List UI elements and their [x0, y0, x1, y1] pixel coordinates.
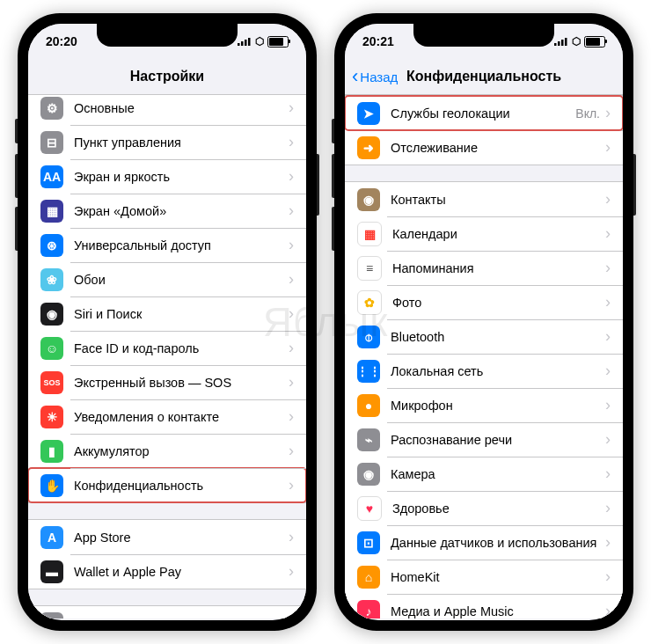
settings-row[interactable]: AApp Store›	[28, 520, 306, 554]
settings-row[interactable]: ◉Контакты›	[345, 182, 623, 216]
row-label: Медиа и Apple Music	[391, 604, 605, 618]
chevron-right-icon: ›	[289, 201, 294, 220]
row-icon: SOS	[40, 371, 63, 394]
chevron-left-icon: ‹	[352, 65, 358, 88]
chevron-right-icon: ›	[605, 465, 611, 483]
svg-rect-4	[554, 43, 557, 46]
chevron-right-icon: ›	[605, 138, 611, 157]
settings-row[interactable]: ⊟Пункт управления›	[28, 125, 306, 159]
row-label: Отслеживание	[391, 141, 605, 155]
settings-row[interactable]: AAЭкран и яркость›	[28, 159, 306, 194]
row-icon: ⌽	[357, 326, 380, 348]
settings-list[interactable]: ⚙︎Основные›⊟Пункт управления›AAЭкран и я…	[28, 95, 306, 618]
svg-rect-1	[241, 41, 244, 46]
chevron-right-icon: ›	[605, 396, 611, 414]
row-label: Пункт управления	[74, 135, 289, 150]
chevron-right-icon: ›	[289, 339, 294, 357]
row-icon: ⊛	[40, 234, 63, 257]
chevron-right-icon: ›	[289, 442, 294, 460]
chevron-right-icon: ›	[605, 362, 611, 380]
settings-row[interactable]: ▦Экран «Домой»›	[28, 194, 306, 228]
settings-row[interactable]: ➜Отслеживание›	[345, 130, 623, 165]
row-label: Фото	[392, 296, 605, 310]
settings-row[interactable]: SOSЭкстренный вызов — SOS›	[28, 365, 306, 399]
chevron-right-icon: ›	[605, 190, 611, 209]
row-icon: ♪	[357, 600, 380, 619]
row-label: Аккумулятор	[74, 444, 289, 458]
chevron-right-icon: ›	[289, 614, 294, 618]
row-icon: ☺	[40, 337, 63, 360]
row-label: Данные датчиков и использования	[391, 536, 605, 550]
svg-rect-2	[245, 40, 247, 46]
settings-row[interactable]: ⌁Распознавание речи›	[345, 422, 623, 457]
settings-row[interactable]: ✋Конфиденциальность›	[28, 468, 306, 502]
chevron-right-icon: ›	[289, 528, 294, 546]
row-label: Локальная сеть	[391, 364, 605, 378]
row-label: Face ID и код-пароль	[74, 341, 289, 355]
svg-rect-6	[561, 40, 564, 46]
row-icon: ✋	[40, 474, 63, 497]
settings-row[interactable]: ⋮⋮Локальная сеть›	[345, 354, 623, 388]
settings-row[interactable]: ⌽Bluetooth›	[345, 319, 623, 354]
back-button[interactable]: ‹ Назад	[352, 59, 398, 94]
row-label: Экран «Домой»	[74, 204, 289, 218]
notch	[97, 24, 238, 47]
row-detail: Вкл.	[575, 106, 600, 121]
battery-icon	[584, 36, 605, 48]
chevron-right-icon: ›	[605, 224, 611, 243]
chevron-right-icon: ›	[605, 567, 611, 586]
settings-row[interactable]: ♥Здоровье›	[345, 491, 623, 525]
row-label: Микрофон	[391, 399, 605, 413]
chevron-right-icon: ›	[289, 562, 294, 581]
settings-row[interactable]: ♪Медиа и Apple Music›	[345, 594, 623, 618]
chevron-right-icon: ›	[289, 133, 294, 151]
svg-rect-3	[248, 38, 251, 46]
row-icon: ▬	[40, 560, 63, 583]
settings-row[interactable]: ❀Обои›	[28, 262, 306, 296]
settings-row[interactable]: ▬Wallet и Apple Pay›	[28, 554, 306, 589]
row-icon: ➤	[357, 102, 380, 125]
settings-row[interactable]: ➤Службы геолокацииВкл.›	[345, 96, 623, 130]
settings-row[interactable]: ⚿Пароли›	[28, 606, 306, 618]
settings-row[interactable]: ●Микрофон›	[345, 388, 623, 422]
settings-row[interactable]: ◉Камера›	[345, 457, 623, 491]
settings-row[interactable]: ▮Аккумулятор›	[28, 434, 306, 468]
row-icon: ⌁	[357, 428, 380, 451]
row-icon: ⊡	[357, 531, 380, 554]
row-icon: ▦	[40, 200, 63, 223]
row-icon: ▦	[357, 222, 382, 246]
row-icon: ◉	[357, 463, 380, 486]
settings-row[interactable]: ▦Календари›	[345, 216, 623, 251]
row-icon: ◉	[357, 188, 380, 211]
chevron-right-icon: ›	[289, 407, 294, 426]
settings-row[interactable]: ⊛Универсальный доступ›	[28, 228, 306, 262]
row-icon: A	[40, 526, 63, 549]
chevron-right-icon: ›	[289, 373, 294, 392]
row-icon: ❀	[40, 268, 63, 291]
settings-row[interactable]: ≡Напоминания›	[345, 251, 623, 285]
row-icon: ◉	[40, 303, 63, 326]
chevron-right-icon: ›	[289, 236, 294, 254]
settings-row[interactable]: ⊡Данные датчиков и использования›	[345, 525, 623, 560]
row-label: Экстренный вызов — SOS	[74, 376, 289, 390]
status-time: 20:20	[46, 34, 77, 48]
chevron-right-icon: ›	[605, 259, 611, 277]
row-icon: ⌂	[357, 566, 380, 589]
back-label: Назад	[360, 70, 398, 84]
settings-row[interactable]: ✿Фото›	[345, 285, 623, 319]
settings-row[interactable]: ⌂HomeKit›	[345, 560, 623, 594]
chevron-right-icon: ›	[289, 99, 294, 117]
settings-row[interactable]: ☺Face ID и код-пароль›	[28, 331, 306, 365]
settings-row[interactable]: ☀Уведомления о контакте›	[28, 399, 306, 434]
row-icon: ✿	[357, 290, 382, 315]
chevron-right-icon: ›	[605, 293, 611, 311]
settings-row[interactable]: ◉Siri и Поиск›	[28, 296, 306, 331]
privacy-list[interactable]: ➤Службы геолокацииВкл.›➜Отслеживание›◉Ко…	[345, 95, 623, 618]
row-label: Пароли	[74, 617, 289, 619]
chevron-right-icon: ›	[289, 304, 294, 323]
chevron-right-icon: ›	[605, 430, 611, 449]
wifi-icon: ⬡	[255, 35, 264, 48]
nav-bar: ‹ Назад Конфиденциальность	[345, 59, 623, 95]
battery-icon	[267, 36, 289, 48]
settings-row[interactable]: ⚙︎Основные›	[28, 95, 306, 125]
